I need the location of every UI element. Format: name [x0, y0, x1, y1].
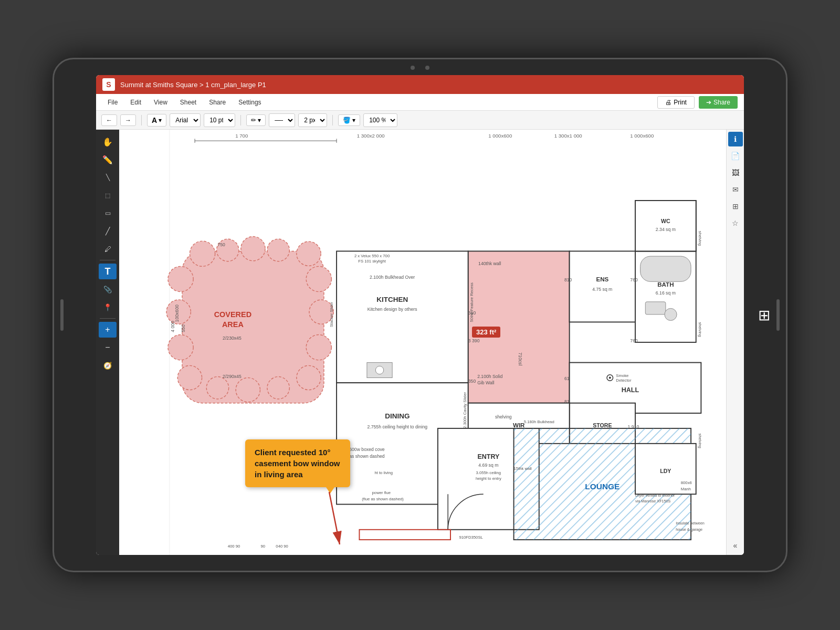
svg-text:LOUNGE: LOUNGE [585, 482, 620, 491]
line-style-select[interactable]: —— [269, 113, 295, 127]
canvas-area: 1 700 1 300x2 000 1 000x600 1 300x1 000 … [119, 130, 726, 555]
svg-text:Stacker Slider: Stacker Slider [329, 302, 334, 327]
svg-text:040 90: 040 90 [276, 544, 288, 549]
svg-rect-60 [645, 302, 666, 314]
menu-edit[interactable]: Edit [125, 97, 146, 108]
zoom-out-tool[interactable]: − [99, 340, 117, 355]
compass-tool[interactable]: 🧭 [99, 358, 117, 373]
svg-text:760: 760 [630, 338, 638, 343]
star-button[interactable]: ☆ [728, 216, 743, 230]
svg-text:Kitchen design by others: Kitchen design by others [368, 307, 417, 312]
svg-text:COVERED: COVERED [214, 310, 251, 319]
main-area: ✋ ✏️ ╲ ⬚ ▭ ╱ 🖊 T 📎 📍 + − 🧭 [96, 130, 744, 555]
svg-text:350: 350 [468, 379, 476, 384]
app-title: Summit at Smiths Square > 1 cm_plan_larg… [120, 81, 266, 89]
collapse-button[interactable]: « [728, 538, 743, 553]
font-color-button[interactable]: A ▾ [147, 114, 166, 127]
svg-text:power flue: power flue [372, 490, 391, 495]
line-width-select[interactable]: 2 px [298, 113, 327, 127]
toolbar-divider-1 [141, 115, 142, 125]
toolbar-divider-3 [332, 115, 333, 125]
svg-point-13 [241, 236, 265, 260]
attachment-tool[interactable]: 📎 [99, 281, 117, 297]
svg-text:Detector: Detector [616, 378, 632, 383]
svg-text:50thk Feature Recess: 50thk Feature Recess [469, 282, 474, 322]
svg-text:400 90: 400 90 [228, 544, 240, 549]
svg-text:house & garage: house & garage [676, 527, 702, 532]
svg-text:Manh: Manh [681, 487, 691, 491]
camera-indicator [411, 66, 415, 70]
tablet-indicators [411, 66, 429, 70]
select-tool[interactable]: ⬚ [99, 187, 117, 203]
svg-text:HALL: HALL [622, 386, 639, 394]
svg-point-78 [609, 377, 611, 379]
svg-text:WC: WC [661, 218, 670, 224]
font-size-select[interactable]: 10 pt [204, 113, 235, 127]
app-container: S Summit at Smiths Square > 1 cm_plan_la… [96, 75, 744, 555]
tool-separator-2 [100, 318, 116, 319]
toolbar-divider-2 [240, 115, 241, 125]
menu-bar: File Edit View Sheet Share Settings 🖨 Pr… [96, 94, 744, 111]
svg-rect-59 [640, 256, 691, 281]
menu-file[interactable]: File [102, 97, 123, 108]
svg-text:KITCHEN: KITCHEN [376, 296, 408, 303]
svg-text:1 700: 1 700 [235, 133, 248, 139]
annotation-callout: Client requested 10° casement bow window… [245, 439, 350, 487]
line-tool[interactable]: ╱ [99, 223, 117, 239]
svg-point-22 [206, 377, 228, 399]
redo-button[interactable]: → [120, 114, 136, 126]
svg-text:710csl: 710csl [518, 352, 523, 365]
svg-text:2/230x45: 2/230x45 [223, 335, 242, 341]
svg-text:AREA: AREA [222, 320, 244, 329]
svg-point-15 [297, 242, 321, 266]
svg-text:1 300x2 000: 1 300x2 000 [357, 133, 385, 139]
fill-icon: 🪣 [343, 117, 351, 124]
svg-text:FS 101 skylight: FS 101 skylight [358, 259, 386, 264]
pencil-tool[interactable]: ✏️ [99, 152, 117, 167]
image-button[interactable]: 🖼 [728, 165, 743, 180]
svg-text:Smoke: Smoke [616, 373, 628, 378]
document-button[interactable]: 📄 [728, 149, 743, 163]
svg-text:600w boxed cove: 600w boxed cove [349, 447, 385, 452]
info-button[interactable]: ℹ [728, 132, 743, 146]
zoom-in-tool[interactable]: + [99, 322, 117, 338]
menu-share[interactable]: Share [204, 97, 231, 108]
svg-point-23 [177, 365, 202, 390]
svg-text:5.180h Bulkhead: 5.180h Bulkhead [524, 419, 554, 424]
svg-point-11 [190, 241, 215, 266]
menu-sheet[interactable]: Sheet [175, 97, 202, 108]
print-button[interactable]: 🖨 Print [657, 96, 695, 109]
svg-text:1 300x1 000: 1 300x1 000 [554, 133, 582, 139]
location-tool[interactable]: 📍 [99, 299, 117, 315]
svg-text:760: 760 [630, 277, 638, 282]
text-tool[interactable]: T [99, 264, 117, 279]
svg-text:3.055h ceiling: 3.055h ceiling [476, 470, 501, 475]
fill-color-button[interactable]: 🪣 ▾ [338, 114, 360, 126]
menu-settings[interactable]: Settings [233, 97, 266, 108]
svg-text:height to entry: height to entry [476, 476, 501, 481]
pen-tool[interactable]: 🖊 [99, 241, 117, 257]
rectangle-tool[interactable]: ▭ [99, 205, 117, 221]
hand-tool[interactable]: ✋ [99, 134, 117, 150]
line-color-button[interactable]: ✏ ▾ [246, 114, 266, 126]
svg-point-61 [665, 308, 677, 320]
svg-text:ENS: ENS [596, 276, 608, 282]
svg-text:shelving: shelving [495, 414, 512, 419]
menu-view[interactable]: View [149, 97, 173, 108]
printer-icon: 🖨 [665, 99, 671, 106]
svg-text:WIR: WIR [513, 422, 525, 428]
undo-button[interactable]: ← [101, 114, 117, 126]
grid-button[interactable]: ⊞ [728, 199, 743, 214]
svg-text:2.34 sq m: 2.34 sq m [656, 227, 676, 232]
svg-text:2/290x45: 2/290x45 [223, 374, 242, 379]
svg-text:1 000x600: 1 000x600 [630, 133, 654, 139]
email-button[interactable]: ✉ [728, 182, 743, 197]
right-toolbar: ℹ 📄 🖼 ✉ ⊞ ☆ « [726, 130, 744, 555]
sensor-indicator [425, 66, 429, 70]
share-button[interactable]: ➔ Share [699, 96, 738, 109]
eraser-tool[interactable]: ╲ [99, 170, 117, 185]
svg-text:350: 350 [468, 310, 476, 316]
font-family-select[interactable]: Arial [170, 113, 201, 127]
svg-text:3 390: 3 390 [468, 338, 480, 343]
zoom-select[interactable]: 100 % [363, 113, 397, 127]
